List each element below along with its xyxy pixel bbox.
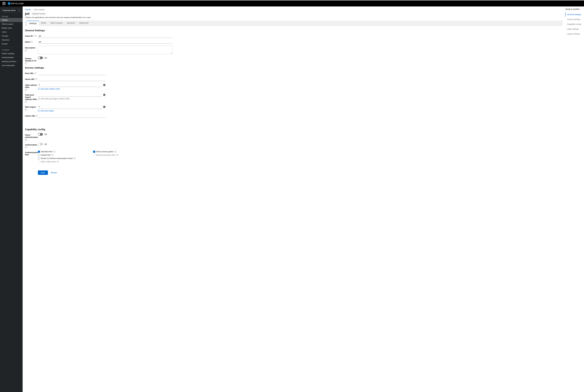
always-display-toggle[interactable] [38, 56, 43, 59]
help-icon[interactable]: ? [114, 151, 116, 152]
help-icon[interactable]: ? [36, 115, 38, 117]
breadcrumb-current: Client details [34, 8, 45, 11]
help-icon[interactable]: ? [25, 146, 27, 148]
sidebar-group-label: Manage [0, 14, 23, 18]
sidebar-item-client-scopes[interactable]: Client scopes [0, 22, 23, 26]
web-origins-input[interactable] [38, 105, 102, 109]
remove-icon[interactable]: − [103, 106, 106, 108]
client-auth-toggle[interactable] [38, 133, 43, 136]
chevron-right-icon: › [32, 9, 33, 10]
sidebar-item-identity-providers[interactable]: Identity providers [0, 60, 23, 64]
checkbox-icon [38, 161, 40, 163]
jump-item-general-settings[interactable]: General Settings [565, 12, 582, 16]
jump-item-capability-config[interactable]: Capability config [565, 22, 582, 26]
help-icon[interactable]: ? [35, 78, 37, 80]
help-icon[interactable]: ? [34, 72, 36, 74]
home-url-input[interactable] [38, 77, 106, 81]
help-icon[interactable]: ? [25, 101, 27, 103]
valid-redirect-input[interactable] [38, 83, 102, 87]
always-display-state: Off [44, 57, 47, 59]
valid-redirect-label: Valid redirect URIs? [25, 83, 38, 91]
topbar: KEYCLOAK [0, 0, 584, 6]
caret-down-icon: ▼ [18, 10, 20, 11]
help-icon[interactable]: ? [25, 50, 27, 52]
logo-mark-icon [8, 2, 11, 5]
sidebar-group-label: Configure [0, 48, 23, 52]
remove-icon[interactable]: − [103, 94, 106, 96]
checkbox-icon[interactable] [38, 154, 40, 156]
help-icon[interactable]: ? [31, 41, 33, 43]
valid-post-logout-label: Valid post logout redirect URIs? [25, 93, 38, 103]
tabs: SettingsRolesClient scopesSessionsAdvanc… [25, 20, 562, 26]
auth-flow-implicit-flow[interactable]: Implicit flow? [38, 154, 76, 156]
help-icon[interactable]: ? [25, 139, 27, 141]
sidebar-item-groups[interactable]: Groups [0, 34, 23, 38]
breadcrumb-root[interactable]: Clients [25, 8, 31, 11]
auth-flow-oauth-2-0-device-authorization-grant[interactable]: OAuth 2.0 Device Authorization Grant? [38, 157, 76, 160]
checkbox-icon[interactable]: ✓ [93, 151, 95, 153]
root-url-input[interactable] [38, 71, 106, 75]
add-valid-post-logout-button[interactable]: +Add valid post logout redirect URIs [38, 98, 106, 100]
admin-url-input[interactable] [38, 114, 106, 118]
client-auth-label: Client authentication? [25, 133, 38, 141]
checkbox-icon[interactable]: ✓ [38, 151, 40, 153]
jump-item-login-settings[interactable]: Login settings [565, 27, 582, 31]
realm-selector[interactable]: keycloak-demo ▼ [2, 8, 21, 12]
section-capability-title: Capability config [25, 128, 562, 131]
tab-settings[interactable]: Settings [27, 21, 39, 26]
help-icon[interactable]: ? [25, 62, 27, 64]
section-general-title: General Settings [25, 29, 562, 32]
remove-icon[interactable]: − [103, 84, 106, 86]
plus-circle-icon: + [38, 88, 40, 90]
section-access-title: Access settings [25, 66, 562, 69]
sidebar: keycloak-demo ▼ ManageClientsClient scop… [0, 6, 23, 392]
sidebar-item-events[interactable]: Events [0, 42, 23, 46]
help-icon[interactable]: ? [35, 35, 37, 37]
hamburger-icon[interactable] [2, 2, 6, 5]
authorization-label: Authorization? [25, 143, 38, 148]
web-origins-label: Web origins? [25, 105, 38, 110]
auth-flow-service-accounts-roles: Service accounts roles? [93, 154, 118, 156]
sidebar-item-sessions[interactable]: Sessions [0, 38, 23, 42]
logo: KEYCLOAK [8, 2, 24, 5]
client-auth-state: Off [44, 133, 47, 136]
sidebar-item-realm-settings[interactable]: Realm settings [0, 52, 23, 56]
sidebar-item-authentication[interactable]: Authentication [0, 56, 23, 60]
name-label: Name? [25, 40, 38, 43]
auth-flow-standard-flow[interactable]: ✓Standard flow? [38, 150, 76, 153]
valid-post-logout-input[interactable] [38, 93, 102, 97]
tab-roles[interactable]: Roles [39, 20, 48, 26]
client-id-input[interactable] [38, 34, 172, 38]
help-icon[interactable]: ? [116, 154, 118, 156]
tab-sessions[interactable]: Sessions [65, 20, 77, 26]
help-icon[interactable]: ? [54, 151, 55, 152]
description-input[interactable] [38, 46, 172, 54]
checkbox-icon[interactable] [38, 158, 40, 160]
page-subtitle: Clients are applications and services th… [25, 16, 562, 18]
auth-flow-direct-access-grants[interactable]: ✓Direct access grants? [93, 150, 118, 153]
add-web-origins-button[interactable]: +Add web origins [38, 110, 106, 112]
jump-item-logout-settings[interactable]: Logout settings [565, 32, 582, 36]
revert-button[interactable]: Revert [51, 172, 57, 174]
description-label: Description? [25, 46, 38, 52]
sidebar-item-user-federation[interactable]: User federation [0, 64, 23, 68]
auth-flow-oidc-ciba-grant: OIDC CIBA Grant? [38, 160, 76, 163]
sidebar-item-users[interactable]: Users [0, 30, 23, 34]
help-icon[interactable]: ? [74, 158, 76, 159]
name-input[interactable] [38, 40, 172, 44]
help-icon[interactable]: ? [25, 109, 27, 110]
help-icon[interactable]: ? [52, 154, 54, 156]
realm-selector-label: keycloak-demo [3, 9, 16, 12]
jump-item-access-settings[interactable]: Access settings [565, 17, 582, 22]
authorization-state: Off [44, 143, 47, 145]
help-icon[interactable]: ? [57, 161, 59, 163]
add-valid-redirect-button[interactable]: +Add valid redirect URIs [38, 88, 106, 90]
save-button[interactable]: Save [38, 170, 48, 175]
root-url-label: Root URL? [25, 71, 38, 74]
tab-advanced[interactable]: Advanced [77, 20, 90, 26]
help-icon[interactable]: ? [25, 89, 27, 91]
sidebar-item-realm-roles[interactable]: Realm roles [0, 26, 23, 30]
sidebar-item-clients[interactable]: Clients [0, 18, 23, 22]
breadcrumb: Clients › Client details [25, 8, 562, 12]
tab-client-scopes[interactable]: Client scopes [48, 20, 65, 26]
